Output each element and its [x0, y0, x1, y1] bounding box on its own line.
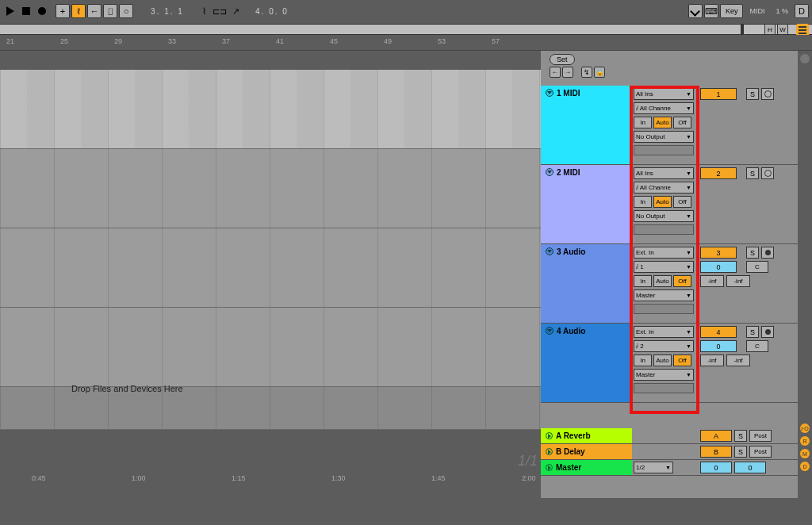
pan-value[interactable]: 0: [700, 261, 737, 273]
r-toggle[interactable]: R: [800, 436, 810, 446]
fold-icon[interactable]: [546, 247, 553, 255]
input-type-dropdown[interactable]: Ext. In: [634, 247, 694, 259]
automation-toggle[interactable]: ↯: [581, 67, 592, 78]
h-button[interactable]: H: [764, 24, 776, 35]
return-activator[interactable]: B: [700, 446, 732, 458]
return-solo[interactable]: S: [734, 430, 747, 442]
monitor-off[interactable]: Off: [673, 275, 691, 287]
arm-button[interactable]: [761, 88, 774, 100]
output-dropdown[interactable]: No Output: [634, 131, 694, 143]
fold-icon[interactable]: [546, 89, 553, 97]
track-title[interactable]: 1 MIDI: [541, 86, 632, 164]
plus-button[interactable]: +: [56, 4, 70, 18]
track-title[interactable]: 3 Audio: [541, 244, 632, 323]
play-button[interactable]: [3, 4, 17, 18]
arm-button[interactable]: [761, 326, 774, 338]
nav-fwd-icon[interactable]: →: [562, 67, 573, 78]
nav-back-icon[interactable]: ←: [550, 67, 561, 78]
return-activator[interactable]: A: [700, 430, 732, 442]
loop-button[interactable]: ⊏⊐: [213, 4, 227, 18]
return-post[interactable]: Post: [749, 430, 772, 442]
monitor-in[interactable]: In: [634, 354, 652, 366]
cue-out-dropdown[interactable]: 1/2: [634, 462, 673, 473]
key-map-button[interactable]: Key: [720, 4, 744, 18]
loop-length[interactable]: 4. 0. 0: [244, 4, 300, 18]
monitor-in[interactable]: In: [634, 196, 652, 208]
gutter-dot[interactable]: [800, 54, 810, 63]
solo-button[interactable]: S: [746, 326, 759, 338]
output-dropdown[interactable]: Master: [634, 289, 694, 301]
solo-button[interactable]: S: [746, 167, 759, 179]
d-toggle[interactable]: D: [800, 462, 810, 471]
monitor-auto[interactable]: Auto: [653, 275, 672, 287]
punch-button[interactable]: ↗: [228, 4, 243, 18]
output-channel-slot[interactable]: [634, 224, 694, 235]
send-b[interactable]: -inf: [726, 275, 750, 287]
monitor-auto[interactable]: Auto: [653, 196, 672, 208]
fold-icon[interactable]: [546, 432, 553, 439]
input-type-dropdown[interactable]: All Ins: [634, 167, 694, 179]
send-a[interactable]: -inf: [700, 275, 724, 287]
bar-ruler[interactable]: 21 25 29 33 37 41 45 49 53 57: [0, 35, 812, 51]
return-title[interactable]: B Delay: [541, 444, 632, 459]
draw-mode-button[interactable]: ℓ: [71, 4, 86, 18]
solo-button[interactable]: S: [746, 88, 759, 100]
monitor-in[interactable]: In: [634, 117, 652, 128]
track-activator[interactable]: 2: [700, 167, 737, 179]
monitor-off[interactable]: Off: [673, 117, 691, 128]
input-channel-dropdown[interactable]: ⅈ 1: [634, 261, 694, 273]
output-dropdown[interactable]: No Output: [634, 210, 694, 222]
arm-button[interactable]: [761, 247, 774, 259]
pencil-button[interactable]: [688, 4, 703, 18]
arrangement-canvas[interactable]: Drop Files and Devices Here: [0, 70, 541, 433]
circle-button[interactable]: ○: [119, 4, 133, 18]
monitor-off[interactable]: Off: [673, 354, 691, 366]
overview-marker[interactable]: [741, 25, 744, 34]
monitor-off[interactable]: Off: [673, 196, 691, 208]
master-title[interactable]: Master: [541, 460, 632, 475]
track-activator[interactable]: 3: [700, 247, 737, 259]
input-type-dropdown[interactable]: Ext. In: [634, 326, 694, 338]
monitor-in[interactable]: In: [634, 275, 652, 287]
pan-c-button[interactable]: C: [746, 261, 768, 273]
input-channel-dropdown[interactable]: ⅈ All Channe: [634, 102, 694, 114]
arrangement-overview[interactable]: H W: [0, 24, 812, 35]
pan-value[interactable]: 0: [700, 340, 737, 352]
track-title[interactable]: 4 Audio: [541, 324, 632, 402]
arm-button[interactable]: [761, 167, 774, 179]
time-ruler[interactable]: 0:45 1:00 1:15 1:30 1:45 2:00: [0, 471, 541, 487]
monitor-auto[interactable]: Auto: [653, 354, 672, 366]
bar-button[interactable]: ⌷: [103, 4, 117, 18]
fold-icon[interactable]: [546, 448, 553, 455]
send-b[interactable]: -inf: [726, 354, 750, 366]
set-button[interactable]: Set: [550, 54, 575, 65]
output-channel-slot[interactable]: [634, 383, 694, 393]
track-activator[interactable]: 4: [700, 326, 737, 338]
solo-button[interactable]: S: [746, 247, 759, 259]
w-button[interactable]: W: [777, 24, 788, 35]
pan-c-button[interactable]: C: [746, 340, 768, 352]
automation-curve-button[interactable]: ⌇: [197, 4, 211, 18]
output-channel-slot[interactable]: [634, 145, 694, 155]
fold-icon[interactable]: [546, 464, 553, 471]
input-channel-dropdown[interactable]: ⅈ All Channe: [634, 182, 694, 194]
track-activator[interactable]: 1: [700, 88, 737, 100]
output-dropdown[interactable]: Master: [634, 369, 694, 381]
input-channel-dropdown[interactable]: ⅈ 2: [634, 340, 694, 352]
lock-icon[interactable]: 🔒: [594, 67, 605, 78]
stop-button[interactable]: [19, 4, 33, 18]
master-vol[interactable]: 0: [700, 462, 732, 473]
fold-icon[interactable]: [546, 168, 553, 176]
record-button[interactable]: [35, 4, 49, 18]
arrow-left-button[interactable]: ←: [87, 4, 102, 18]
track-title[interactable]: 2 MIDI: [541, 165, 632, 243]
master-vol2[interactable]: 0: [734, 462, 766, 473]
io-toggle[interactable]: I·O: [800, 423, 810, 433]
keyboard-button[interactable]: ⌨: [704, 4, 718, 18]
disk-overload-button[interactable]: D: [795, 4, 809, 18]
output-channel-slot[interactable]: [634, 304, 694, 314]
send-a[interactable]: -inf: [700, 354, 724, 366]
m-toggle[interactable]: M: [800, 449, 810, 458]
return-solo[interactable]: S: [734, 446, 747, 458]
return-title[interactable]: A Reverb: [541, 428, 632, 443]
